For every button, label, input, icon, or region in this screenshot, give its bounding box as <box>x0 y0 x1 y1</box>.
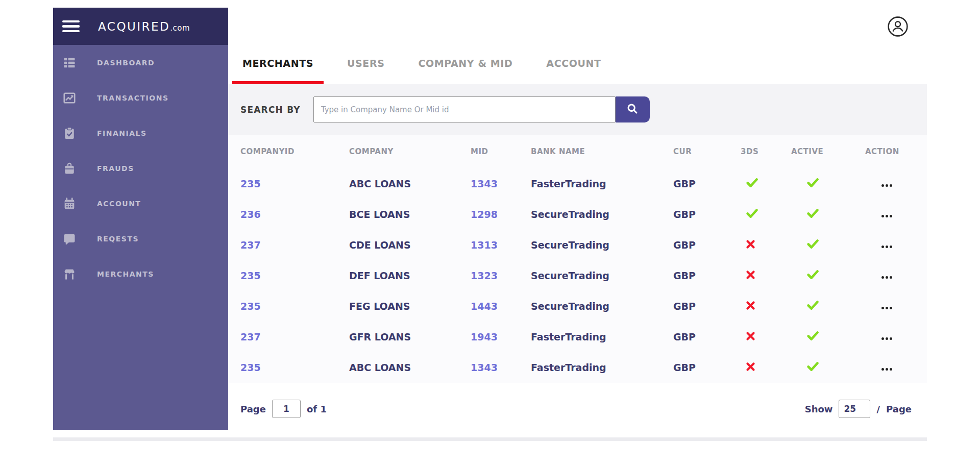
cell-bank-name: SecureTrading <box>531 209 673 220</box>
cross-icon <box>746 301 755 310</box>
row-actions-button[interactable] <box>879 212 894 220</box>
show-label: Show <box>805 404 833 414</box>
search-section: SEARCH BY <box>228 84 927 135</box>
hamburger-menu-icon[interactable] <box>62 20 80 33</box>
main-content: MERCHANTSUSERSCOMPANY & MIDACCOUNT SEARC… <box>228 8 927 430</box>
cell-mid[interactable]: 1343 <box>471 178 531 189</box>
clipboard-check-icon <box>62 126 77 140</box>
sidebar-item-label: ACCOUNT <box>97 200 141 208</box>
sidebar-item-label: FRAUDS <box>97 164 134 173</box>
sidebar-item-dashboard[interactable]: DASHBOARD <box>53 45 228 80</box>
cell-companyid[interactable]: 236 <box>240 209 349 220</box>
cell-mid[interactable]: 1298 <box>471 209 531 220</box>
sidebar-nav: DASHBOARD TRANSACTIONS FINANIALS FRAUDS … <box>53 45 228 291</box>
column-header-cur: CUR <box>673 147 741 156</box>
search-by-label: SEARCH BY <box>240 105 301 115</box>
column-header-active: ACTIVE <box>791 147 865 156</box>
storefront-icon <box>62 267 77 281</box>
table-row: 237 GFR LOANS 1943 FasterTrading GBP <box>240 322 927 352</box>
row-actions-button[interactable] <box>879 181 894 190</box>
cell-bank-name: SecureTrading <box>531 239 673 251</box>
cell-mid[interactable]: 1323 <box>471 270 531 281</box>
sidebar: ACQUIRED.com DASHBOARD TRANSACTIONS FINA… <box>53 8 228 430</box>
topbar <box>228 8 927 45</box>
cell-cur: GBP <box>673 239 741 251</box>
dashboard-icon <box>62 56 77 70</box>
page-navigator: Page of 1 <box>240 400 327 418</box>
sidebar-header: ACQUIRED.com <box>53 8 228 45</box>
ellipsis-icon <box>881 368 892 371</box>
column-header-bank-name: BANK NAME <box>531 147 673 156</box>
rows-per-page-input[interactable] <box>839 400 870 418</box>
cell-cur: GBP <box>673 301 741 312</box>
cell-companyid[interactable]: 237 <box>240 331 349 342</box>
ellipsis-icon <box>881 246 892 248</box>
cell-companyid[interactable]: 235 <box>240 270 349 281</box>
tab-bar: MERCHANTSUSERSCOMPANY & MIDACCOUNT <box>228 45 927 84</box>
row-actions-button[interactable] <box>879 242 894 251</box>
cell-cur: GBP <box>673 362 741 373</box>
cell-companyid[interactable]: 235 <box>240 362 349 373</box>
search-input[interactable] <box>313 96 616 122</box>
cross-icon <box>746 270 755 280</box>
row-actions-button[interactable] <box>879 365 894 374</box>
cell-companyid[interactable]: 237 <box>240 239 349 251</box>
brand-name: ACQUIRED <box>98 20 170 33</box>
cell-company: GFR LOANS <box>349 331 471 342</box>
check-icon <box>806 300 819 311</box>
table-row: 237 CDE LOANS 1313 SecureTrading GBP <box>240 230 927 260</box>
check-icon <box>806 177 819 188</box>
cell-cur: GBP <box>673 178 741 189</box>
cell-companyid[interactable]: 235 <box>240 301 349 312</box>
table-row: 235 ABC LOANS 1343 FasterTrading GBP <box>240 168 927 199</box>
cell-mid[interactable]: 1443 <box>471 301 531 312</box>
column-header-company: COMPANY <box>349 147 471 156</box>
table-body: 235 ABC LOANS 1343 FasterTrading GBP 236… <box>240 168 927 383</box>
tab-users[interactable]: USERS <box>337 45 395 84</box>
cross-icon <box>746 331 755 341</box>
column-header-action: ACTION <box>865 147 927 156</box>
row-actions-button[interactable] <box>879 334 894 343</box>
cell-company: FEG LOANS <box>349 301 471 312</box>
row-actions-button[interactable] <box>879 273 894 282</box>
check-icon <box>806 361 819 372</box>
cell-company: ABC LOANS <box>349 178 471 189</box>
column-header-3ds: 3DS <box>741 147 791 156</box>
cell-mid[interactable]: 1343 <box>471 362 531 373</box>
bottom-divider <box>53 437 927 441</box>
ellipsis-icon <box>881 276 892 279</box>
ellipsis-icon <box>881 184 892 187</box>
page-number-input[interactable] <box>272 400 301 418</box>
brand-logo: ACQUIRED.com <box>98 20 190 33</box>
sidebar-item-account[interactable]: ACCOUNT <box>53 186 228 221</box>
cell-cur: GBP <box>673 331 741 342</box>
row-actions-button[interactable] <box>879 304 894 312</box>
sidebar-item-label: REQESTS <box>97 235 139 243</box>
sidebar-item-merchants[interactable]: MERCHANTS <box>53 256 228 291</box>
cell-companyid[interactable]: 235 <box>240 178 349 189</box>
ellipsis-icon <box>881 337 892 340</box>
cell-bank-name: FasterTrading <box>531 362 673 373</box>
cell-mid[interactable]: 1943 <box>471 331 531 342</box>
search-button[interactable] <box>616 96 650 122</box>
table-row: 236 BCE LOANS 1298 SecureTrading GBP <box>240 199 927 230</box>
chat-bubble-icon <box>62 232 77 246</box>
user-profile-icon[interactable] <box>887 16 909 37</box>
table-row: 235 ABC LOANS 1343 FasterTrading GBP <box>240 352 927 383</box>
check-icon <box>806 269 819 280</box>
tab-company-mid[interactable]: COMPANY & MID <box>408 45 523 84</box>
sidebar-item-frauds[interactable]: FRAUDS <box>53 151 228 186</box>
cell-bank-name: FasterTrading <box>531 178 673 189</box>
brand-suffix: .com <box>170 23 190 33</box>
page: ACQUIRED.com DASHBOARD TRANSACTIONS FINA… <box>0 0 980 466</box>
cell-bank-name: FasterTrading <box>531 331 673 342</box>
sidebar-item-label: MERCHANTS <box>97 270 154 278</box>
merchants-table: COMPANYIDCOMPANYMIDBANK NAMECUR3DSACTIVE… <box>228 135 927 383</box>
tab-merchants[interactable]: MERCHANTS <box>232 45 324 84</box>
tab-account[interactable]: ACCOUNT <box>536 45 611 84</box>
sidebar-item-transactions[interactable]: TRANSACTIONS <box>53 80 228 115</box>
sidebar-item-finanials[interactable]: FINANIALS <box>53 115 228 151</box>
cell-mid[interactable]: 1313 <box>471 239 531 251</box>
check-icon <box>806 330 819 341</box>
sidebar-item-reqests[interactable]: REQESTS <box>53 221 228 256</box>
